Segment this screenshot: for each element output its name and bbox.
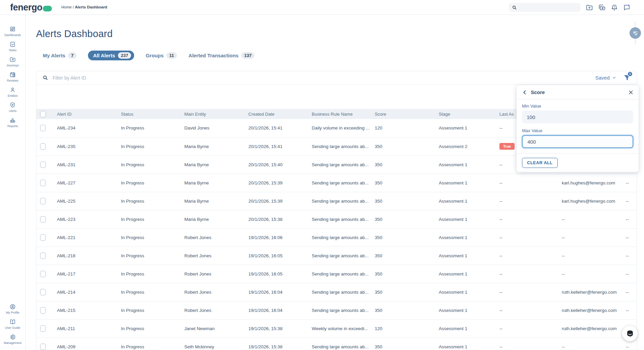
entity-link[interactable]: Maria Byrne bbox=[181, 210, 245, 228]
alert-id-link[interactable]: AML-211 bbox=[53, 319, 117, 338]
reports-icon bbox=[9, 117, 16, 123]
min-value-label: Min Value bbox=[522, 104, 633, 109]
table-row: AML-211In ProgressJanet Newman19/1/2026,… bbox=[36, 319, 637, 338]
assignee-email-cell: -- bbox=[558, 338, 622, 350]
row-checkbox[interactable] bbox=[40, 162, 46, 168]
alert-id-link[interactable]: AML-221 bbox=[53, 228, 117, 246]
sidebar-label: Entities bbox=[8, 94, 18, 97]
close-icon[interactable] bbox=[628, 89, 634, 95]
entity-link[interactable]: Robert Jones bbox=[181, 265, 245, 283]
sidebar-item-user-guide[interactable]: User Guide bbox=[0, 316, 25, 331]
row-checkbox[interactable] bbox=[40, 344, 46, 350]
alert-id-link[interactable]: AML-223 bbox=[53, 210, 117, 228]
entity-link[interactable]: Robert Jones bbox=[181, 283, 245, 301]
rule-cell: Sending large amounts ab... bbox=[308, 174, 371, 192]
sidebar-item-tasks[interactable]: Tasks bbox=[0, 39, 25, 54]
date-cell: 20/1/2026, 15:39 bbox=[245, 174, 308, 192]
alert-id-link[interactable]: AML-231 bbox=[53, 155, 117, 174]
search-icon bbox=[512, 5, 517, 10]
row-checkbox[interactable] bbox=[40, 253, 46, 259]
notification-bell-icon[interactable] bbox=[611, 4, 618, 11]
max-value-input[interactable] bbox=[522, 135, 633, 148]
folders-add-icon[interactable] bbox=[598, 4, 606, 11]
task-check-icon bbox=[632, 30, 639, 36]
sidebar-item-alerts[interactable]: Alerts bbox=[0, 99, 25, 115]
chat-sparkle-icon[interactable] bbox=[623, 4, 631, 11]
row-checkbox[interactable] bbox=[40, 325, 46, 332]
row-checkbox[interactable] bbox=[40, 271, 46, 277]
column-header: Business Rule Name bbox=[308, 109, 371, 119]
filter-alert-id-input[interactable] bbox=[53, 75, 595, 81]
row-checkbox[interactable] bbox=[40, 216, 46, 223]
assignee-email-cell: -- bbox=[558, 246, 622, 265]
entity-link[interactable]: Maria Byrne bbox=[181, 192, 245, 210]
entity-link[interactable]: Robert Jones bbox=[181, 246, 245, 265]
toggle-line-top bbox=[635, 22, 636, 27]
row-checkbox[interactable] bbox=[40, 289, 46, 295]
row-checkbox[interactable] bbox=[40, 198, 46, 204]
sidebar-item-dashboards[interactable]: Dashboards bbox=[0, 24, 25, 39]
sidebar-label: Alerts bbox=[9, 109, 17, 113]
folder-add-icon[interactable] bbox=[586, 4, 593, 11]
entity-link[interactable]: Maria Byrne bbox=[181, 174, 245, 192]
entity-link[interactable]: Maria Byrne bbox=[181, 137, 245, 155]
tab-my-alerts[interactable]: My Alerts 7 bbox=[43, 51, 76, 60]
row-checkbox[interactable] bbox=[40, 125, 46, 131]
stage-cell: Assessment 1 bbox=[435, 155, 496, 174]
rule-cell: Daily volume in exceeding ... bbox=[308, 119, 371, 137]
date-cell: 20/1/2026, 15:41 bbox=[245, 137, 308, 155]
last-assessed-cell: -- bbox=[496, 228, 558, 246]
global-search-input[interactable] bbox=[517, 5, 574, 10]
row-checkbox[interactable] bbox=[40, 234, 46, 241]
back-chevron-icon[interactable] bbox=[521, 89, 528, 96]
chevron-down-icon bbox=[612, 76, 616, 80]
breadcrumb-home[interactable]: Home / bbox=[61, 5, 74, 9]
last-assessed-cell: -- bbox=[496, 174, 558, 192]
alert-id-link[interactable]: AML-215 bbox=[53, 301, 117, 319]
clear-all-button[interactable]: CLEAR ALL bbox=[522, 158, 558, 168]
row-checkbox[interactable] bbox=[40, 143, 46, 150]
sidebar-item-entities[interactable]: Entities bbox=[0, 84, 25, 99]
filter-funnel-button[interactable]: 1 bbox=[623, 74, 631, 82]
entity-link[interactable]: Janet Newman bbox=[181, 319, 245, 338]
alert-id-link[interactable]: AML-214 bbox=[53, 283, 117, 301]
entity-link[interactable]: Seth Mckinney bbox=[181, 338, 245, 350]
alert-id-link[interactable]: AML-235 bbox=[53, 137, 117, 155]
min-value-input[interactable] bbox=[522, 111, 633, 123]
tab-count-badge: 11 bbox=[166, 52, 177, 59]
entity-link[interactable]: Robert Jones bbox=[181, 301, 245, 319]
global-search[interactable] bbox=[509, 3, 581, 12]
saved-filters-dropdown[interactable]: Saved bbox=[595, 75, 616, 81]
rule-cell: Sending large amounts ab... bbox=[308, 137, 371, 155]
tab-all-alerts[interactable]: All Alerts 237 bbox=[88, 51, 134, 60]
select-all-checkbox[interactable] bbox=[40, 111, 46, 117]
score-cell: 350 bbox=[371, 210, 435, 228]
side-panel-toggle-button[interactable] bbox=[630, 27, 641, 39]
sidebar-item-journeys[interactable]: Journeys bbox=[0, 54, 25, 69]
sidebar-item-my-profile[interactable]: My Profile bbox=[0, 301, 25, 316]
rule-cell: Sending large amounts ab... bbox=[308, 338, 371, 350]
sidebar-item-reviews[interactable]: Reviews bbox=[0, 69, 25, 84]
alert-id-link[interactable]: AML-225 bbox=[53, 192, 117, 210]
date-cell: 19/1/2026, 16:05 bbox=[245, 265, 308, 283]
tab-label: My Alerts bbox=[43, 53, 65, 58]
tab-groups[interactable]: Groups 11 bbox=[146, 51, 177, 60]
row-checkbox[interactable] bbox=[40, 307, 46, 314]
alert-id-link[interactable]: AML-218 bbox=[53, 246, 117, 265]
entity-link[interactable]: Maria Byrne bbox=[181, 155, 245, 174]
entity-link[interactable]: Robert Jones bbox=[181, 228, 245, 246]
final-cell: -- bbox=[622, 174, 637, 192]
alert-id-link[interactable]: AML-227 bbox=[53, 174, 117, 192]
sidebar-item-management[interactable]: Management bbox=[0, 331, 25, 347]
chat-launcher-button[interactable] bbox=[622, 326, 638, 341]
alert-id-link[interactable]: AML-209 bbox=[53, 338, 117, 350]
row-checkbox[interactable] bbox=[40, 180, 46, 186]
entity-link[interactable]: David Jones bbox=[181, 119, 245, 137]
final-cell: -- bbox=[622, 301, 637, 319]
table-row: AML-214In ProgressRobert Jones19/1/2026,… bbox=[36, 283, 637, 301]
tab-alerted-transactions[interactable]: Alerted Transactions 137 bbox=[188, 51, 254, 60]
sidebar-item-reports[interactable]: Reports bbox=[0, 115, 25, 130]
date-cell: 19/1/2026, 16:06 bbox=[245, 228, 308, 246]
alert-id-link[interactable]: AML-234 bbox=[53, 119, 117, 137]
alert-id-link[interactable]: AML-217 bbox=[53, 265, 117, 283]
